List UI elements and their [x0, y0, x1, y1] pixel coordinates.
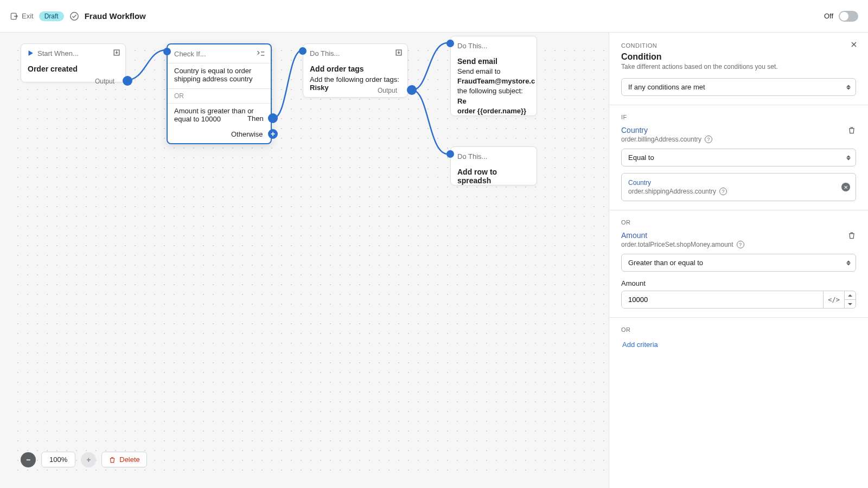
email-l3b: Re	[457, 97, 467, 105]
node-email-label: Do This...	[451, 36, 537, 55]
check-otherwise-add[interactable]: +	[268, 129, 278, 139]
step-up-button[interactable]	[845, 291, 856, 300]
chevron-updown-icon	[846, 260, 851, 265]
draft-badge: Draft	[39, 11, 64, 21]
node-email-desc: Send email to FraudTeam@mystore.c the fo…	[451, 67, 537, 121]
start-output-label: Output	[95, 78, 114, 85]
check-circle-icon	[69, 11, 79, 21]
trash-icon	[108, 456, 116, 464]
condition-mode-value: If any conditions are met	[621, 78, 856, 96]
amount-input-wrap: </>	[621, 291, 856, 309]
criteria-1-operator-select[interactable]: Equal to	[621, 149, 856, 166]
zoom-in-button[interactable]: +	[81, 452, 96, 467]
node-check[interactable]: Check If... Country is equal to order sh…	[167, 43, 272, 144]
criteria-2-path-text: order.totalPriceSet.shopMoney.amount	[621, 241, 733, 248]
criteria-1-value-path: order.shippingAddress.country ?	[628, 188, 849, 195]
chevron-updown-icon	[846, 155, 851, 160]
node-email-title: Send email	[451, 55, 537, 67]
chevron-updown-icon	[846, 85, 851, 89]
check-or: OR	[168, 89, 271, 103]
node-start[interactable]: Start When... Order created	[21, 43, 126, 82]
condition-panel: CONDITION Condition Take different actio…	[609, 33, 868, 488]
email-l1: Send email to	[457, 67, 501, 75]
check-otherwise-label: Otherwise	[231, 130, 263, 138]
canvas-wrap: Start When... Order created Output Check…	[0, 33, 868, 488]
delete-criteria-2[interactable]	[847, 231, 856, 241]
zoom-out-button[interactable]: −	[21, 452, 36, 467]
workflow-title: Fraud Workflow	[85, 11, 146, 21]
amount-stepper	[844, 291, 856, 308]
criteria-2-operator-select[interactable]: Greater than or equal to	[621, 254, 856, 272]
condition-icon	[257, 50, 265, 57]
import-icon[interactable]	[394, 48, 403, 57]
bottom-bar: − 100% + Delete	[21, 452, 147, 467]
email-l4: order {{order.name}}	[457, 107, 526, 115]
close-button[interactable]	[850, 40, 858, 50]
header-right: Off	[824, 11, 858, 22]
check-then-port[interactable]	[268, 113, 278, 123]
node-tags-title: Add order tags	[303, 62, 407, 75]
close-icon	[850, 40, 858, 49]
help-icon[interactable]: ?	[719, 188, 727, 195]
enable-toggle[interactable]	[839, 11, 858, 22]
email-l2: FraudTeam@mystore.c	[457, 77, 535, 85]
add-criteria-button[interactable]: Add criteria	[621, 338, 856, 351]
header: Exit Draft Fraud Workflow Off	[0, 0, 868, 33]
toggle-label: Off	[824, 12, 833, 20]
exit-label: Exit	[22, 12, 34, 20]
zoom-level[interactable]: 100%	[41, 452, 75, 467]
node-sheet-title: Add row to spreadsh	[451, 165, 537, 191]
header-left: Exit Draft Fraud Workflow	[10, 11, 146, 21]
import-icon[interactable]	[112, 48, 121, 57]
check-cond1: Country is equal to order shipping addre…	[168, 63, 271, 88]
start-output-port[interactable]	[123, 76, 132, 86]
check-then-label: Then	[247, 114, 264, 123]
criteria-1-name[interactable]: Country	[621, 126, 712, 134]
delete-button[interactable]: Delete	[101, 452, 147, 467]
criteria-1-path-text: order.billingAddress.country	[621, 136, 701, 143]
delete-criteria-1[interactable]	[847, 126, 856, 136]
trash-icon	[847, 126, 856, 134]
criteria-1-value[interactable]: Country order.shippingAddress.country ? …	[621, 173, 856, 201]
node-check-header: Check If...	[168, 44, 271, 63]
criteria-1-operator: Equal to	[621, 149, 856, 166]
node-check-label: Check If...	[174, 50, 206, 58]
code-toggle-button[interactable]: </>	[823, 291, 844, 308]
delete-label: Delete	[119, 455, 140, 464]
node-start-label: Start When...	[21, 44, 125, 62]
condition-mode-select[interactable]: If any conditions are met	[621, 78, 856, 96]
amount-label: Amount	[621, 279, 856, 287]
tags-output-label: Output	[378, 87, 397, 94]
amount-input[interactable]	[622, 291, 823, 308]
node-sheet[interactable]: Do This... Add row to spreadsh	[450, 146, 537, 185]
trash-icon	[847, 231, 856, 240]
exit-button[interactable]: Exit	[10, 12, 34, 21]
node-send-email[interactable]: Do This... Send email Send email to Frau…	[450, 36, 537, 116]
help-icon[interactable]: ?	[737, 241, 744, 248]
help-icon[interactable]: ?	[705, 136, 712, 143]
tags-desc-bold: Risky	[310, 84, 329, 92]
criteria-1-path: order.billingAddress.country ?	[621, 136, 712, 143]
clear-value-button[interactable]: ✕	[841, 183, 850, 191]
email-l3a: the following subject:	[457, 87, 523, 95]
step-down-button[interactable]	[845, 300, 856, 308]
panel-eyebrow: CONDITION	[621, 42, 856, 49]
criteria-2-name[interactable]: Amount	[621, 231, 744, 240]
panel-title: Condition	[621, 52, 856, 62]
or-label-1: OR	[621, 219, 856, 226]
criteria-1-value-name: Country	[628, 179, 849, 187]
node-sheet-label: Do This...	[451, 147, 537, 165]
criteria-1-value-path-text: order.shippingAddress.country	[628, 188, 716, 195]
criteria-2-path: order.totalPriceSet.shopMoney.amount ?	[621, 241, 744, 248]
node-tags-label: Do This...	[303, 44, 407, 62]
if-label: IF	[621, 114, 856, 120]
tags-output-port[interactable]	[407, 85, 417, 95]
panel-subtitle: Take different actions based on the cond…	[621, 63, 856, 70]
exit-icon	[10, 12, 18, 21]
or-label-2: OR	[621, 326, 856, 333]
tags-desc-prefix: Add the following order tags:	[310, 75, 399, 84]
criteria-2-operator: Greater than or equal to	[621, 254, 856, 272]
